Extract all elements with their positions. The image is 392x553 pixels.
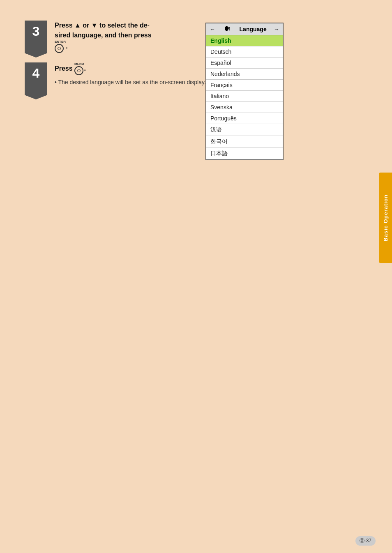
- language-item[interactable]: Français: [206, 80, 283, 91]
- language-item[interactable]: Svenska: [206, 102, 283, 113]
- right-arrow-icon[interactable]: →: [274, 26, 279, 32]
- step3-number: 3: [25, 21, 47, 58]
- step4-body: Press MENU . The desired language will b…: [55, 62, 206, 87]
- language-item[interactable]: English: [206, 35, 283, 46]
- language-item[interactable]: Italiano: [206, 91, 283, 102]
- menu-button-inner: [77, 69, 81, 72]
- language-header-text: Language: [240, 26, 267, 32]
- page-number-text: Ⓖ-37: [360, 538, 371, 544]
- step4-bullet: The desired language will be set as the …: [55, 78, 206, 87]
- menu-icon-wrap: MENU: [74, 62, 84, 76]
- step4-title: Press MENU .: [55, 62, 206, 76]
- language-icon: 🗣: [224, 25, 231, 33]
- page-number: Ⓖ-37: [355, 536, 376, 546]
- language-item[interactable]: Português: [206, 113, 283, 124]
- step4-block: 4 Press MENU . The desired language will…: [25, 62, 382, 99]
- step3-body: Press ▲ or ▼ to select the de- sired lan…: [55, 21, 152, 53]
- sidebar-tab: Basic Operation: [379, 173, 392, 263]
- language-panel: ← 🗣 Language → EnglishDeutschEspañolNede…: [205, 23, 284, 160]
- language-list: EnglishDeutschEspañolNederlandsFrançaisI…: [206, 35, 283, 159]
- language-header: ← 🗣 Language →: [206, 23, 283, 35]
- language-item[interactable]: 汉语: [206, 124, 283, 136]
- sidebar-label: Basic Operation: [383, 194, 389, 242]
- left-arrow-icon[interactable]: ←: [210, 26, 215, 32]
- language-item[interactable]: Deutsch: [206, 46, 283, 58]
- menu-button-icon[interactable]: [74, 66, 83, 75]
- enter-button-icon[interactable]: [55, 44, 64, 53]
- language-item[interactable]: 한국어: [206, 136, 283, 148]
- enter-button-inner: [58, 47, 61, 50]
- language-item[interactable]: 日本語: [206, 148, 283, 159]
- step4-number: 4: [25, 62, 47, 99]
- step3-title: Press ▲ or ▼ to select the de- sired lan…: [55, 21, 152, 53]
- enter-icon-wrap: ENTER: [55, 40, 66, 53]
- language-item[interactable]: Español: [206, 58, 283, 69]
- step3-block: 3 Press ▲ or ▼ to select the de- sired l…: [25, 21, 382, 58]
- language-item[interactable]: Nederlands: [206, 69, 283, 80]
